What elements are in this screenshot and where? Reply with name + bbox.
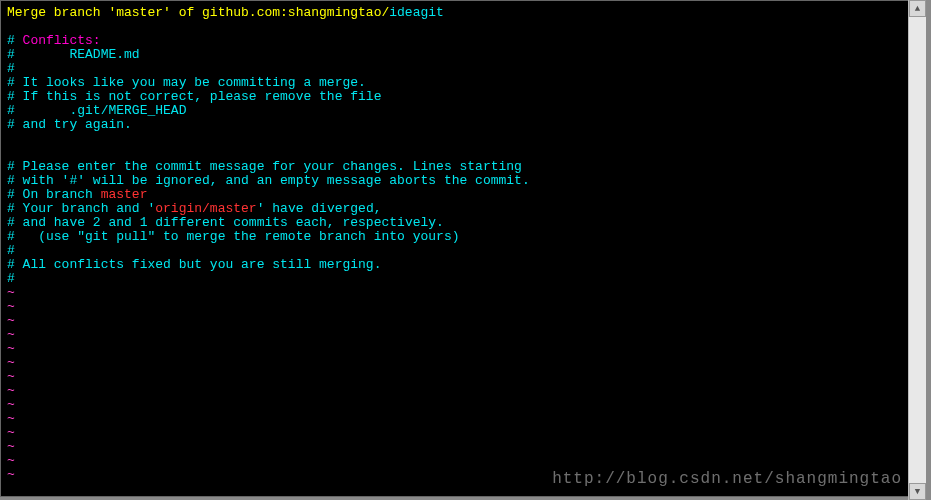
empty-line-tilde: ~ bbox=[7, 468, 902, 482]
empty-line-tilde: ~ bbox=[7, 342, 902, 356]
comment-line: # bbox=[7, 62, 902, 76]
empty-line-tilde: ~ bbox=[7, 370, 902, 384]
comment-line: # and have 2 and 1 different commits eac… bbox=[7, 216, 902, 230]
comment-line: # with '#' will be ignored, and an empty… bbox=[7, 174, 902, 188]
empty-line-tilde: ~ bbox=[7, 356, 902, 370]
empty-line-tilde: ~ bbox=[7, 426, 902, 440]
comment-line: # .git/MERGE_HEAD bbox=[7, 104, 902, 118]
remote-branch-name: origin/master bbox=[155, 201, 256, 216]
comment-line: # bbox=[7, 244, 902, 258]
empty-line-tilde: ~ bbox=[7, 328, 902, 342]
terminal-editor[interactable]: Merge branch 'master' of github.com:shan… bbox=[0, 0, 908, 497]
comment-line: # README.md bbox=[7, 48, 902, 62]
empty-line-tilde: ~ bbox=[7, 314, 902, 328]
comment-line: # It looks like you may be committing a … bbox=[7, 76, 902, 90]
blank-line bbox=[7, 146, 902, 160]
empty-line-tilde: ~ bbox=[7, 384, 902, 398]
commit-message-line: Merge branch 'master' of github.com:shan… bbox=[7, 6, 902, 20]
chevron-down-icon: ▼ bbox=[915, 485, 920, 499]
chevron-up-icon: ▲ bbox=[915, 2, 920, 16]
comment-line: # (use "git pull" to merge the remote br… bbox=[7, 230, 902, 244]
empty-line-tilde: ~ bbox=[7, 412, 902, 426]
comment-line: # Please enter the commit message for yo… bbox=[7, 160, 902, 174]
commit-message-repo: ideagit bbox=[389, 5, 444, 20]
branch-name: master bbox=[101, 187, 148, 202]
empty-line-tilde: ~ bbox=[7, 454, 902, 468]
comment-line: # bbox=[7, 272, 902, 286]
comment-line: # and try again. bbox=[7, 118, 902, 132]
empty-line-tilde: ~ bbox=[7, 300, 902, 314]
blank-line bbox=[7, 20, 902, 34]
commit-message-prefix: Merge branch 'master' of github.com:shan… bbox=[7, 5, 389, 20]
blank-line bbox=[7, 132, 902, 146]
diverge-line: # Your branch and 'origin/master' have d… bbox=[7, 202, 902, 216]
branch-line: # On branch master bbox=[7, 188, 902, 202]
comment-line: # Conflicts: bbox=[7, 34, 902, 48]
scroll-down-button[interactable]: ▼ bbox=[909, 483, 926, 500]
scroll-up-button[interactable]: ▲ bbox=[909, 0, 926, 17]
vertical-scrollbar[interactable]: ▲ ▼ bbox=[908, 0, 926, 500]
empty-line-tilde: ~ bbox=[7, 286, 902, 300]
empty-line-tilde: ~ bbox=[7, 398, 902, 412]
empty-line-tilde: ~ bbox=[7, 440, 902, 454]
comment-line: # If this is not correct, please remove … bbox=[7, 90, 902, 104]
comment-line: # All conflicts fixed but you are still … bbox=[7, 258, 902, 272]
